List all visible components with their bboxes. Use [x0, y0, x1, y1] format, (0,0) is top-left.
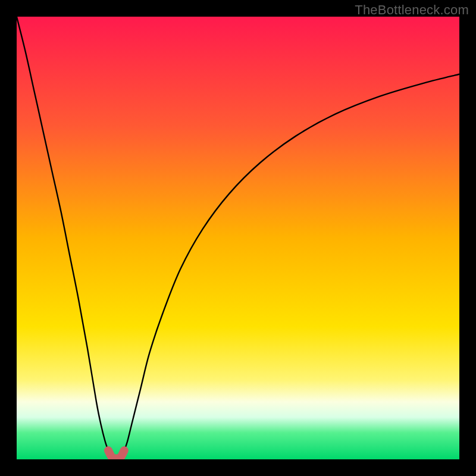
- gradient-background: [17, 17, 459, 459]
- plot-area: [17, 17, 459, 459]
- chart-frame: TheBottleneck.com: [0, 0, 476, 476]
- watermark-text: TheBottleneck.com: [355, 2, 469, 18]
- chart-svg: [17, 17, 459, 459]
